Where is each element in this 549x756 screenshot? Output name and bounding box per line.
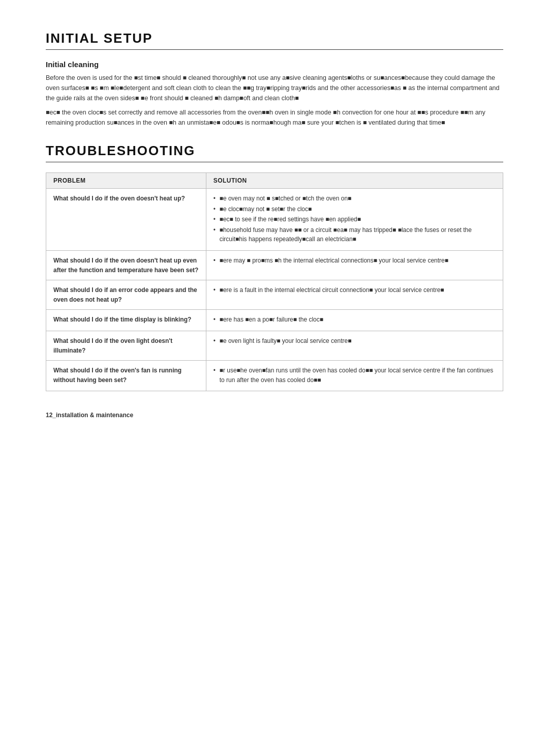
table-row: What should I do if the oven doesn't hea… xyxy=(46,189,503,251)
troubleshooting-divider xyxy=(46,162,503,162)
list-item: ■e oven light is faulty■ your local serv… xyxy=(214,336,496,346)
initial-setup-section: INITIAL SETUP Initial cleaning Before th… xyxy=(46,31,503,128)
list-item: ■ere has ■en a po■r failure■ the cloc■ xyxy=(214,315,496,325)
list-item: ■e cloc■may not ■ set■r the cloc■ xyxy=(214,205,496,214)
table-row: What should I do if an error code appear… xyxy=(46,280,503,310)
solution-cell: ■ere is a fault in the internal electric… xyxy=(206,280,503,310)
initial-setup-title: INITIAL SETUP xyxy=(46,31,503,46)
list-item: ■r use■he oven■fan runs until the oven h… xyxy=(214,366,496,385)
troubleshooting-section: TROUBLESHOOTING PROBLEM SOLUTION What sh… xyxy=(46,143,503,391)
solution-cell: ■ere may ■ pro■ms ■h the internal electr… xyxy=(206,250,503,280)
problem-cell: What should I do if an error code appear… xyxy=(46,280,206,310)
problem-cell: What should I do if the oven light doesn… xyxy=(46,331,206,360)
troubleshooting-table: PROBLEM SOLUTION What should I do if the… xyxy=(46,172,503,391)
initial-setup-divider xyxy=(46,49,503,50)
table-row: What should I do if the time display is … xyxy=(46,310,503,331)
initial-cleaning-subtitle: Initial cleaning xyxy=(46,60,503,69)
list-item: ■ere is a fault in the internal electric… xyxy=(214,285,496,295)
solution-cell: ■e oven may not ■ s■tched or ■tch the ov… xyxy=(206,189,503,251)
col-header-problem: PROBLEM xyxy=(46,173,206,189)
initial-cleaning-para2: ■ec■ the oven cloc■s set correctly and r… xyxy=(46,107,503,128)
table-row: What should I do if the oven doesn't hea… xyxy=(46,250,503,280)
problem-cell: What should I do if the oven doesn't hea… xyxy=(46,250,206,280)
table-row: What should I do if the oven's fan is ru… xyxy=(46,361,503,391)
col-header-solution: SOLUTION xyxy=(206,173,503,189)
list-item: ■e oven may not ■ s■tched or ■tch the ov… xyxy=(214,194,496,203)
list-item: ■ec■ to see if the re■red settings have … xyxy=(214,215,496,224)
initial-cleaning-para1: Before the oven is used for the ■st time… xyxy=(46,73,503,103)
solution-cell: ■r use■he oven■fan runs until the oven h… xyxy=(206,361,503,391)
list-item: ■ere may ■ pro■ms ■h the internal electr… xyxy=(214,256,496,266)
list-item: ■household fuse may have ■■ or a circuit… xyxy=(214,225,496,244)
troubleshooting-title: TROUBLESHOOTING xyxy=(46,143,503,159)
solution-cell: ■ere has ■en a po■r failure■ the cloc■ xyxy=(206,310,503,331)
table-header-row: PROBLEM SOLUTION xyxy=(46,173,503,189)
table-row: What should I do if the oven light doesn… xyxy=(46,331,503,360)
footer-text: 12_installation & maintenance xyxy=(46,412,503,419)
solution-cell: ■e oven light is faulty■ your local serv… xyxy=(206,331,503,360)
problem-cell: What should I do if the time display is … xyxy=(46,310,206,331)
problem-cell: What should I do if the oven doesn't hea… xyxy=(46,189,206,251)
problem-cell: What should I do if the oven's fan is ru… xyxy=(46,361,206,391)
